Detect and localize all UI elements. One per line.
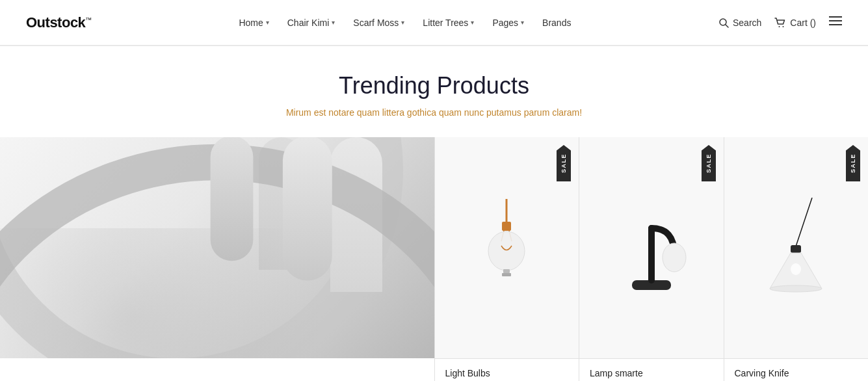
chair-detail-svg [0,137,434,358]
nav-chair-kimi[interactable]: Chair Kimi ▾ [287,18,335,28]
hamburger-menu-button[interactable] [829,16,842,29]
main-nav: Home ▾ Chair Kimi ▾ Scarf Moss ▾ Litter … [239,18,571,28]
product-info-2: Carving Knife ★ ★ ★ ★ ★ $90.00 $96.00 [724,358,869,381]
section-subtitle: Mirum est notare quam littera gothica qu… [13,107,855,118]
svg-rect-11 [502,222,511,231]
products-area: SALE [0,137,868,358]
svg-rect-8 [283,137,332,281]
nav-home[interactable]: Home ▾ [239,18,269,28]
svg-line-1 [726,25,728,27]
product-card-2[interactable]: SALE [724,137,869,358]
product-name-0: Light Bulbs [445,368,569,378]
svg-point-3 [783,26,784,27]
svg-point-2 [779,26,780,27]
sale-badge-2: SALE [846,145,860,181]
chevron-down-icon: ▾ [332,19,335,26]
svg-point-21 [770,285,822,292]
product-card-0[interactable]: SALE [434,137,579,358]
search-button[interactable]: Search [718,18,761,28]
product-image-1 [612,196,690,300]
product-info-cards: Light Bulbs ★ ★ ★ ★ ★ $50.00 $96.00 Lamp… [434,358,869,381]
cart-icon [774,18,786,28]
svg-line-19 [796,198,812,246]
products-info-row: Light Bulbs ★ ★ ★ ★ ★ $50.00 $96.00 Lamp… [0,358,868,381]
product-image-2 [757,196,835,300]
product-info-0: Light Bulbs ★ ★ ★ ★ ★ $50.00 $96.00 [434,358,579,381]
chevron-down-icon: ▾ [266,19,269,26]
chevron-down-icon: ▾ [401,19,404,26]
svg-point-22 [791,263,801,275]
section-header: Trending Products Mirum est notare quam … [0,46,868,137]
nav-litter-trees[interactable]: Litter Trees ▾ [423,18,474,28]
chevron-down-icon: ▾ [521,19,524,26]
chevron-down-icon: ▾ [471,19,474,26]
search-icon [718,18,729,28]
site-header: Outstock™ Home ▾ Chair Kimi ▾ Scarf Moss… [0,0,868,46]
product-name-2: Carving Knife [735,368,858,378]
svg-rect-20 [791,245,801,253]
product-name-1: Lamp smarte [590,368,713,378]
logo[interactable]: Outstock™ [26,14,92,31]
sale-badge-1: SALE [702,145,716,181]
nav-pages[interactable]: Pages ▾ [492,18,524,28]
section-title: Trending Products [13,72,855,99]
header-actions: Search Cart () [718,16,842,29]
featured-product-image [0,137,434,358]
svg-point-14 [488,231,525,270]
sale-badge-0: SALE [557,145,571,181]
svg-rect-9 [211,137,254,261]
svg-rect-16 [502,273,511,276]
svg-rect-15 [503,269,510,273]
product-cards-row: SALE [434,137,869,358]
product-info-1: Lamp smarte ★ ★ ★ ★ ★ $90.00 $96.00 [579,358,724,381]
svg-point-18 [663,243,686,272]
cart-button[interactable]: Cart () [774,18,816,28]
product-card-1[interactable]: SALE [579,137,724,358]
nav-brands[interactable]: Brands [542,18,571,28]
product-image-0 [467,196,546,300]
hamburger-icon [829,16,842,26]
nav-scarf-moss[interactable]: Scarf Moss ▾ [353,18,404,28]
